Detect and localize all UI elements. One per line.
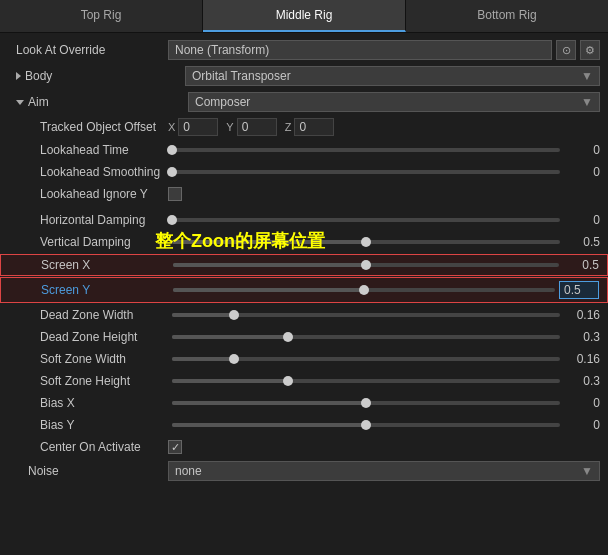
dead-zone-width-label: Dead Zone Width (8, 308, 168, 322)
screen-x-row: Screen X 0.5 (0, 254, 608, 276)
soft-zone-width-value: 0.16 (564, 352, 600, 366)
vertical-damping-slider-container: 0.5 (168, 235, 600, 249)
body-triangle[interactable] (16, 72, 21, 80)
noise-dropdown-arrow: ▼ (581, 464, 593, 478)
noise-dropdown[interactable]: none ▼ (168, 461, 600, 481)
z-field: Z (285, 118, 335, 136)
main-content: Look At Override None (Transform) ⊙ ⚙ Bo… (0, 33, 608, 488)
aim-row: Aim Composer ▼ (0, 89, 608, 115)
dead-zone-height-row: Dead Zone Height 0.3 (0, 326, 608, 348)
bias-x-row: Bias X 0 (0, 392, 608, 414)
look-at-override-dropdown[interactable]: None (Transform) (168, 40, 552, 60)
screen-x-value: 0.5 (563, 258, 599, 272)
center-on-activate-checkbox[interactable]: ✓ (168, 440, 182, 454)
bias-y-slider-container: 0 (168, 418, 600, 432)
center-on-activate-label: Center On Activate (8, 440, 168, 454)
center-on-activate-row: Center On Activate ✓ (0, 436, 608, 458)
noise-row: Noise none ▼ (0, 458, 608, 484)
lookahead-smoothing-slider[interactable] (172, 170, 560, 174)
screen-y-label: Screen Y (9, 283, 169, 297)
y-label: Y (226, 121, 233, 133)
screen-y-slider[interactable] (173, 288, 555, 292)
tab-middle-rig[interactable]: Middle Rig (203, 0, 406, 32)
horizontal-damping-value: 0 (564, 213, 600, 227)
lookahead-time-row: Lookahead Time 0 (0, 139, 608, 161)
body-row: Body Orbital Transposer ▼ (0, 63, 608, 89)
soft-zone-height-slider-container: 0.3 (168, 374, 600, 388)
soft-zone-width-slider[interactable] (172, 357, 560, 361)
bias-y-label: Bias Y (8, 418, 168, 432)
look-at-override-row: Look At Override None (Transform) ⊙ ⚙ (0, 37, 608, 63)
bias-y-value: 0 (564, 418, 600, 432)
lookahead-time-value: 0 (564, 143, 600, 157)
lookahead-ignore-y-label: Lookahead Ignore Y (8, 187, 168, 201)
screen-y-row: Screen Y (0, 277, 608, 303)
dead-zone-height-value: 0.3 (564, 330, 600, 344)
dead-zone-width-slider-container: 0.16 (168, 308, 600, 322)
tab-top-rig[interactable]: Top Rig (0, 0, 203, 32)
horizontal-damping-row: Horizontal Damping 0 (0, 209, 608, 231)
bias-y-row: Bias Y 0 (0, 414, 608, 436)
horizontal-damping-slider[interactable] (172, 218, 560, 222)
soft-zone-width-slider-container: 0.16 (168, 352, 600, 366)
body-dropdown[interactable]: Orbital Transposer ▼ (185, 66, 600, 86)
look-at-override-value: None (Transform) ⊙ ⚙ (168, 40, 600, 60)
dead-zone-width-slider[interactable] (172, 313, 560, 317)
target-icon[interactable]: ⊙ (556, 40, 576, 60)
bias-x-value: 0 (564, 396, 600, 410)
dead-zone-width-value: 0.16 (564, 308, 600, 322)
lookahead-smoothing-slider-container: 0 (168, 165, 600, 179)
vertical-damping-row: Vertical Damping 0.5 (0, 231, 608, 253)
bias-x-slider[interactable] (172, 401, 560, 405)
aim-dropdown[interactable]: Composer ▼ (188, 92, 600, 112)
vertical-damping-value: 0.5 (564, 235, 600, 249)
soft-zone-height-value: 0.3 (564, 374, 600, 388)
aim-dropdown-arrow: ▼ (581, 95, 593, 109)
y-input[interactable] (237, 118, 277, 136)
lookahead-ignore-y-checkbox[interactable] (168, 187, 182, 201)
dead-zone-height-label: Dead Zone Height (8, 330, 168, 344)
soft-zone-height-label: Soft Zone Height (8, 374, 168, 388)
settings-icon[interactable]: ⚙ (580, 40, 600, 60)
lookahead-time-slider[interactable] (172, 148, 560, 152)
z-label: Z (285, 121, 292, 133)
look-at-override-label: Look At Override (8, 43, 168, 57)
soft-zone-height-slider[interactable] (172, 379, 560, 383)
horizontal-damping-slider-container: 0 (168, 213, 600, 227)
x-label: X (168, 121, 175, 133)
vertical-damping-wrapper: Vertical Damping 0.5 整个Zoon的屏幕位置 (0, 231, 608, 253)
soft-zone-width-row: Soft Zone Width 0.16 (0, 348, 608, 370)
vertical-damping-label: Vertical Damping (8, 235, 168, 249)
screen-x-slider[interactable] (173, 263, 559, 267)
dead-zone-height-slider-container: 0.3 (168, 330, 600, 344)
bias-x-label: Bias X (8, 396, 168, 410)
aim-triangle[interactable] (16, 100, 24, 105)
body-dropdown-arrow: ▼ (581, 69, 593, 83)
z-input[interactable] (294, 118, 334, 136)
body-label: Body (25, 69, 185, 83)
tab-bottom-rig[interactable]: Bottom Rig (406, 0, 608, 32)
x-input[interactable] (178, 118, 218, 136)
lookahead-smoothing-label: Lookahead Smoothing (8, 165, 168, 179)
x-field: X (168, 118, 218, 136)
lookahead-time-label: Lookahead Time (8, 143, 168, 157)
bias-x-slider-container: 0 (168, 396, 600, 410)
noise-label: Noise (8, 464, 168, 478)
screen-y-input[interactable] (559, 281, 599, 299)
tracked-object-offset-row: Tracked Object Offset X Y Z (0, 115, 608, 139)
y-field: Y (226, 118, 276, 136)
vertical-damping-slider[interactable] (172, 240, 560, 244)
lookahead-smoothing-row: Lookahead Smoothing 0 (0, 161, 608, 183)
tracked-object-offset-label: Tracked Object Offset (8, 120, 168, 134)
screen-x-label: Screen X (9, 258, 169, 272)
dead-zone-height-slider[interactable] (172, 335, 560, 339)
bias-y-slider[interactable] (172, 423, 560, 427)
horizontal-damping-label: Horizontal Damping (8, 213, 168, 227)
aim-label: Aim (28, 95, 188, 109)
lookahead-ignore-y-row: Lookahead Ignore Y (0, 183, 608, 205)
screen-y-slider-container (169, 281, 599, 299)
soft-zone-height-row: Soft Zone Height 0.3 (0, 370, 608, 392)
tab-bar: Top Rig Middle Rig Bottom Rig (0, 0, 608, 33)
screen-x-slider-container: 0.5 (169, 258, 599, 272)
soft-zone-width-label: Soft Zone Width (8, 352, 168, 366)
